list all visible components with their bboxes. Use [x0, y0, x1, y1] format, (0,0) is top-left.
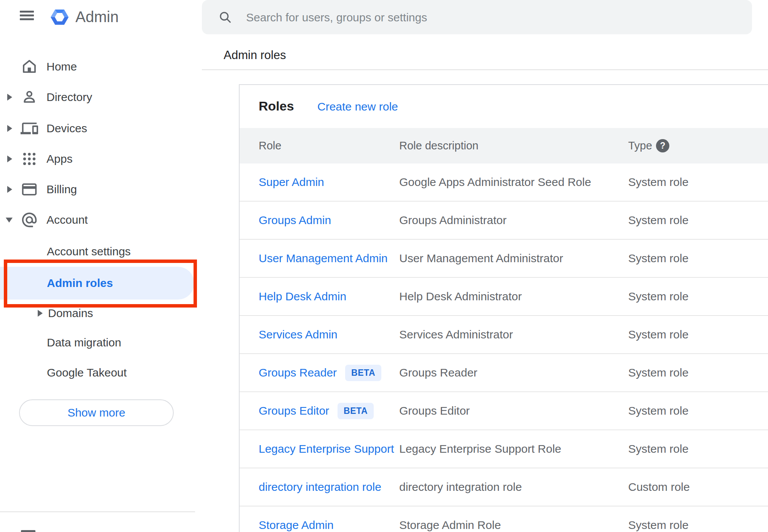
sidebar-item-label: Data migration: [47, 328, 121, 357]
role-type: System role: [628, 430, 688, 468]
sidebar-item-data-migration[interactable]: Data migration: [0, 328, 195, 357]
role-description: Google Apps Administrator Seed Role: [399, 163, 591, 201]
home-icon: [21, 58, 38, 75]
table-header-row: Role Role description Type ?: [240, 128, 768, 163]
expand-arrow-icon: [7, 94, 12, 101]
role-link[interactable]: directory integration role: [259, 468, 381, 506]
table-row: Groups Editor BETA Groups Editor System …: [240, 392, 768, 430]
table-row: Help Desk Admin Help Desk Administrator …: [240, 278, 768, 316]
collapse-arrow-icon: [6, 218, 13, 223]
beta-badge: BETA: [345, 365, 381, 381]
role-link[interactable]: Storage Admin: [259, 506, 334, 532]
expand-arrow-icon: [7, 155, 12, 162]
role-type: Custom role: [628, 468, 690, 506]
feedback-icon: [21, 530, 35, 532]
expand-arrow-icon: [38, 310, 43, 317]
table-row: Legacy Enterprise Support Legacy Enterpr…: [240, 430, 768, 468]
role-link[interactable]: User Management Admin: [259, 240, 388, 277]
create-new-role-link[interactable]: Create new role: [317, 100, 398, 113]
role-link[interactable]: Groups Admin: [259, 202, 331, 239]
role-type: System role: [628, 392, 688, 429]
sidebar-item-directory[interactable]: Directory: [0, 82, 195, 112]
show-more-button[interactable]: Show more: [19, 399, 174, 426]
sidebar-item-account[interactable]: Account: [0, 205, 195, 235]
role-description: Groups Editor: [399, 392, 470, 429]
roles-card: Roles Create new role Role Role descript…: [239, 84, 768, 532]
sidebar-item-label: Apps: [46, 144, 72, 174]
role-link[interactable]: Groups Editor BETA: [259, 392, 374, 429]
role-description: User Management Administrator: [399, 240, 563, 277]
role-link-text: Groups Reader: [259, 366, 337, 379]
role-description: Groups Administrator: [399, 202, 507, 239]
role-type: System role: [628, 506, 688, 532]
sidebar-item-label: Account: [46, 205, 88, 235]
role-description: Services Administrator: [399, 316, 513, 353]
sidebar-item-devices[interactable]: Devices: [0, 113, 195, 144]
role-type: System role: [628, 354, 688, 391]
search-icon: [218, 10, 232, 24]
role-description: Legacy Enterprise Support Role: [399, 430, 561, 468]
table-row: directory integration role directory int…: [240, 468, 768, 506]
role-link[interactable]: Groups Reader BETA: [259, 354, 381, 391]
sidebar-item-label: Google Takeout: [47, 358, 127, 388]
role-type: System role: [628, 163, 688, 201]
breadcrumb: Admin roles: [224, 48, 286, 62]
header-divider: [202, 69, 768, 70]
card-title: Roles: [259, 99, 294, 114]
column-header-type: Type: [628, 128, 652, 163]
expand-arrow-icon: [7, 125, 12, 132]
sidebar-item-label: Domains: [48, 298, 93, 328]
table-row: User Management Admin User Management Ad…: [240, 240, 768, 278]
sidebar-item-label: Devices: [46, 113, 87, 144]
sidebar-item-apps[interactable]: Apps: [0, 144, 195, 174]
help-icon[interactable]: ?: [656, 139, 669, 152]
role-link-text: Groups Editor: [259, 404, 329, 417]
table-row: Groups Reader BETA Groups Reader System …: [240, 354, 768, 392]
role-link[interactable]: Super Admin: [259, 163, 324, 201]
sidebar-item-label: Billing: [46, 174, 77, 205]
role-description: Help Desk Administrator: [399, 278, 522, 315]
expand-arrow-icon: [7, 186, 12, 193]
apps-grid-icon: [21, 150, 38, 168]
sidebar-item-domains[interactable]: Domains: [0, 298, 195, 328]
role-type: System role: [628, 316, 688, 353]
admin-logo-icon[interactable]: [49, 6, 70, 28]
table-row: Super Admin Google Apps Administrator Se…: [240, 163, 768, 202]
sidebar-item-label: Account settings: [47, 237, 131, 266]
sidebar-item-label: Directory: [46, 82, 92, 112]
search-input[interactable]: [245, 0, 734, 35]
person-icon: [21, 88, 38, 106]
sidebar-item-google-takeout[interactable]: Google Takeout: [0, 358, 195, 388]
credit-card-icon: [21, 181, 38, 198]
sidebar-footer-divider: [0, 511, 195, 512]
table-row: Services Admin Services Administrator Sy…: [240, 316, 768, 354]
sidebar-item-home[interactable]: Home: [0, 51, 195, 82]
sidebar-item-billing[interactable]: Billing: [0, 174, 195, 205]
role-link[interactable]: Legacy Enterprise Support: [259, 430, 394, 468]
devices-icon: [21, 120, 38, 137]
table-row: Groups Admin Groups Administrator System…: [240, 202, 768, 240]
role-description: Storage Admin Role: [399, 506, 501, 532]
admin-console-screen: Admin Home Directory Devices: [0, 0, 768, 532]
role-type: System role: [628, 240, 688, 277]
sidebar: Admin Home Directory Devices: [0, 0, 195, 532]
search-bar[interactable]: [202, 0, 752, 34]
roles-table-body: Super Admin Google Apps Administrator Se…: [240, 163, 768, 532]
role-description: directory integration role: [399, 468, 522, 506]
role-type: System role: [628, 202, 688, 239]
role-link[interactable]: Services Admin: [259, 316, 338, 353]
admin-logo-text: Admin: [75, 8, 118, 25]
role-link[interactable]: Help Desk Admin: [259, 278, 346, 315]
beta-badge: BETA: [338, 403, 374, 419]
column-header-role: Role: [259, 128, 282, 163]
sidebar-item-account-settings[interactable]: Account settings: [0, 237, 195, 266]
sidebar-item-label: Home: [46, 51, 77, 82]
menu-hamburger-icon[interactable]: [20, 11, 34, 20]
at-sign-icon: [21, 211, 38, 229]
column-header-description: Role description: [399, 128, 478, 163]
sidebar-item-admin-roles[interactable]: Admin roles: [47, 267, 113, 300]
role-type: System role: [628, 278, 688, 315]
table-row: Storage Admin Storage Admin Role System …: [240, 506, 768, 532]
role-description: Groups Reader: [399, 354, 477, 391]
